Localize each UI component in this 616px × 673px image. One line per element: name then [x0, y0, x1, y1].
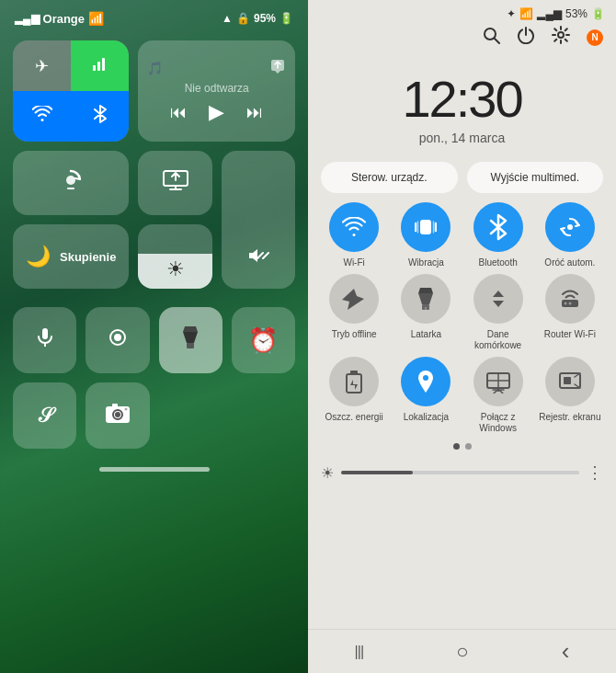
ios-wifi-button[interactable] — [13, 91, 71, 142]
svg-point-9 — [114, 334, 121, 341]
android-home-icon[interactable]: ○ — [456, 640, 468, 664]
svg-point-20 — [558, 32, 564, 38]
ios-mirror-tile[interactable] — [138, 151, 211, 215]
wifi-status-icon: 📶 — [88, 11, 104, 26]
android-toggle-wifi[interactable]: Wi-Fi — [321, 202, 387, 268]
router-label: Router Wi-Fi — [544, 329, 596, 340]
ios-focus-tile[interactable]: 🌙 Skupienie — [13, 224, 129, 289]
svg-marker-10 — [183, 332, 198, 343]
ios-airplane-button[interactable]: ✈ — [13, 40, 71, 91]
android-toggle-data[interactable]: Dane komórkowe — [465, 274, 531, 351]
android-toggle-flashlight[interactable]: Latarka — [393, 274, 459, 351]
ios-shazam-tile[interactable]: 𝒮 — [13, 382, 76, 449]
dot-2 — [465, 443, 472, 450]
ios-rotation-tile[interactable] — [13, 151, 129, 215]
brightness-icon: ☀ — [166, 257, 185, 281]
android-toggle-rotate[interactable]: Oróć autom. — [537, 202, 603, 268]
ios-row4: ⏰ — [13, 307, 295, 373]
media-output-button[interactable]: Wyjście multimed. — [467, 162, 604, 193]
android-time: 12:30 — [308, 69, 616, 129]
svg-rect-37 — [564, 377, 571, 384]
ios-flashlight-tile[interactable] — [159, 307, 222, 373]
svg-rect-16 — [112, 404, 118, 407]
ios-timer-tile[interactable]: ⏰ — [232, 307, 295, 373]
ios-brightness-tile[interactable]: ☀ — [138, 224, 211, 289]
svg-rect-6 — [42, 328, 48, 339]
lock-icon: 🔒 — [236, 12, 250, 25]
vibration-toggle-icon — [401, 202, 451, 252]
signal-icon: ▂▄▆ — [15, 12, 40, 25]
notification-badge[interactable]: N — [587, 29, 603, 46]
brightness-track[interactable] — [341, 471, 579, 474]
music-app-icon: 🎵 — [147, 61, 163, 75]
android-toggle-bluetooth[interactable]: Bluetooth — [465, 202, 531, 268]
wifi-toggle-icon — [329, 202, 379, 252]
android-toggle-record[interactable]: Rejestr. ekranu — [537, 357, 603, 434]
svg-point-29 — [568, 302, 571, 305]
ios-voice-memo-tile[interactable] — [13, 307, 76, 373]
record-icon — [107, 326, 129, 355]
ios-music-tile[interactable]: 🎵 Nie odtwarza ⏮ ▶ ⏭ — [138, 40, 295, 142]
svg-marker-23 — [418, 293, 433, 304]
prev-track-icon[interactable]: ⏮ — [170, 103, 187, 122]
android-toggle-vibration[interactable]: Wibracja — [393, 202, 459, 268]
device-controls-button[interactable]: Sterow. urządz. — [321, 162, 458, 193]
svg-point-32 — [423, 375, 428, 381]
bluetooth-toggle-icon — [473, 202, 523, 252]
ios-row5: 𝒮 — [13, 382, 295, 449]
location-toggle-icon — [401, 357, 451, 406]
android-brightness-bar: ☀ ⋮ — [321, 462, 603, 483]
ios-home-bar — [99, 467, 210, 472]
ios-cellular-button[interactable] — [71, 40, 129, 91]
android-toggle-windows[interactable]: Połącz z Windows — [465, 357, 531, 434]
screen-mirror-icon — [163, 169, 188, 198]
play-pause-button[interactable]: ▶ — [209, 100, 224, 124]
battery-toggle-icon — [329, 357, 379, 406]
airplane-label: Tryb offline — [332, 329, 377, 340]
rotate-toggle-icon — [545, 202, 595, 252]
android-panel: ✦ 📶 ▂▄▆ 53% 🔋 N — [308, 0, 616, 673]
airplay-icon[interactable] — [269, 58, 286, 78]
ios-focus-label: Skupienie — [60, 250, 116, 264]
data-label: Dane komórkowe — [465, 329, 531, 351]
svg-point-15 — [115, 412, 120, 417]
dot-1 — [453, 443, 460, 450]
android-toggle-location[interactable]: Lokalizacja — [393, 357, 459, 434]
svg-rect-2 — [102, 58, 105, 71]
svg-point-3 — [66, 176, 75, 185]
power-icon[interactable] — [517, 26, 535, 49]
ios-music-top: 🎵 — [147, 58, 286, 78]
shazam-icon: 𝒮 — [38, 404, 51, 428]
android-status-icons: ✦ 📶 ▂▄▆ 53% 🔋 — [507, 7, 605, 20]
android-date: pon., 14 marca — [308, 131, 616, 145]
bluetooth-status-icon: ✦ — [507, 7, 516, 20]
android-status-bar: ✦ 📶 ▂▄▆ 53% 🔋 — [308, 0, 616, 24]
ios-mute-tile[interactable] — [222, 151, 295, 289]
ios-camera-record-tile[interactable] — [86, 307, 149, 373]
ios-home-indicator[interactable] — [0, 467, 308, 472]
settings-icon[interactable] — [552, 26, 570, 49]
ios-battery: ▲ 🔒 95% 🔋 — [222, 12, 293, 25]
windows-label: Połącz z Windows — [465, 412, 531, 434]
android-toggle-router[interactable]: Router Wi-Fi — [537, 274, 603, 351]
ios-camera-tile[interactable] — [86, 382, 149, 449]
ios-bluetooth-button[interactable] — [71, 91, 129, 142]
android-toggle-battery[interactable]: Oszcz. energii — [321, 357, 387, 434]
android-toggle-airplane[interactable]: Tryb offline — [321, 274, 387, 351]
android-clock: 12:30 pon., 14 marca — [308, 54, 616, 149]
flashlight-label: Latarka — [411, 329, 441, 340]
cellular-icon — [91, 54, 109, 77]
next-track-icon[interactable]: ⏭ — [246, 103, 263, 122]
battery-label: Oszcz. energii — [325, 412, 382, 423]
badge-label: N — [591, 32, 598, 42]
svg-point-28 — [564, 302, 566, 305]
voice-memo-icon — [34, 326, 56, 355]
signal-status-icon: ▂▄▆ — [537, 7, 562, 20]
wifi-icon — [32, 106, 52, 127]
search-icon[interactable] — [482, 26, 500, 49]
battery-icon: 🔋 — [279, 12, 293, 25]
svg-point-18 — [485, 29, 496, 40]
brightness-menu-icon[interactable]: ⋮ — [587, 462, 603, 483]
android-recent-apps-icon[interactable]: ||| — [355, 644, 363, 660]
android-back-icon[interactable]: ‹ — [562, 637, 570, 666]
